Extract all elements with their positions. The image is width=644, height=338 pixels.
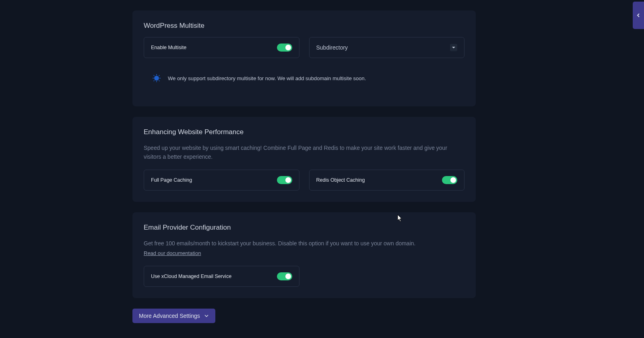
select-arrow-icon <box>450 44 457 51</box>
svg-line-8 <box>159 75 160 76</box>
side-panel-collapse-button[interactable] <box>633 2 644 29</box>
full-page-caching-box: Full Page Caching <box>144 170 299 191</box>
svg-line-6 <box>159 81 160 81</box>
left-sidebar-area <box>0 0 112 338</box>
full-page-caching-label: Full Page Caching <box>151 177 192 183</box>
lightbulb-icon <box>152 73 161 83</box>
full-page-caching-toggle[interactable] <box>277 176 292 184</box>
enable-multisite-toggle[interactable] <box>277 44 292 52</box>
multisite-type-select[interactable]: Subdirectory <box>309 37 465 58</box>
managed-email-toggle[interactable] <box>277 272 292 280</box>
svg-line-5 <box>154 75 155 76</box>
main-content: WordPress Multisite Enable Multisite Sub… <box>132 0 476 323</box>
redis-caching-toggle[interactable] <box>442 176 457 184</box>
email-title: Email Provider Configuration <box>144 224 464 232</box>
multisite-card: WordPress Multisite Enable Multisite Sub… <box>132 10 476 106</box>
email-controls-row: Use xCloud Managed Email Service <box>144 266 464 287</box>
redis-caching-label: Redis Object Caching <box>316 177 365 183</box>
performance-title: Enhancing Website Performance <box>144 128 464 136</box>
enable-multisite-label: Enable Multisite <box>151 45 186 50</box>
performance-description: Speed up your website by using smart cac… <box>144 143 464 162</box>
multisite-controls-row: Enable Multisite Subdirectory <box>144 37 464 58</box>
svg-line-7 <box>154 81 155 81</box>
svg-point-0 <box>154 76 159 81</box>
email-card: Email Provider Configuration Get free 10… <box>132 212 476 298</box>
email-description: Get free 100 emails/month to kickstart y… <box>144 239 464 258</box>
managed-email-box: Use xCloud Managed Email Service <box>144 266 299 287</box>
enable-multisite-box: Enable Multisite <box>144 37 299 58</box>
performance-card: Enhancing Website Performance Speed up y… <box>132 117 476 202</box>
multisite-title: WordPress Multisite <box>144 22 464 30</box>
more-advanced-settings-button[interactable]: More Advanced Settings <box>132 309 215 323</box>
email-description-text: Get free 100 emails/month to kickstart y… <box>144 240 415 247</box>
managed-email-label: Use xCloud Managed Email Service <box>151 274 231 279</box>
redis-caching-box: Redis Object Caching <box>309 170 465 191</box>
performance-controls-row: Full Page Caching Redis Object Caching <box>144 170 464 191</box>
chevron-left-icon <box>636 13 641 18</box>
chevron-down-icon <box>204 313 209 318</box>
multisite-info-panel: We only support subdirectory multisite f… <box>144 65 464 95</box>
advanced-button-label: More Advanced Settings <box>139 313 200 319</box>
documentation-link[interactable]: Read our documentation <box>144 249 201 258</box>
multisite-type-value: Subdirectory <box>316 44 348 51</box>
multisite-info-text: We only support subdirectory multisite f… <box>168 75 366 81</box>
